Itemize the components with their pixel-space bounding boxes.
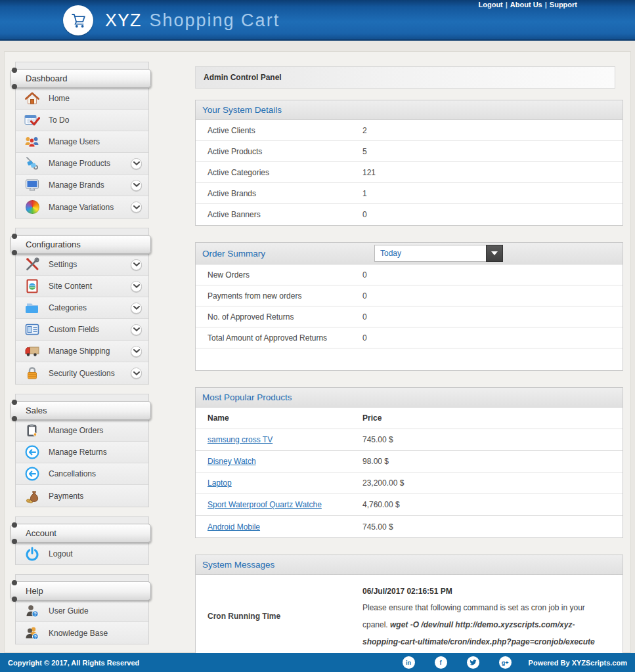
footer-right: in f g+ Powered By XYZScripts.com	[383, 656, 627, 669]
table-row: Android Mobile 745.00 $	[196, 516, 623, 537]
table-row: New Orders 0	[196, 264, 623, 285]
sidebar-item-categories[interactable]: Categories	[16, 297, 148, 319]
users-icon	[24, 134, 41, 150]
power-icon	[24, 546, 41, 562]
content-wrapper: Dashboard Home	[4, 51, 631, 653]
sidebar-item-user-guide[interactable]: ? User Guide	[16, 600, 148, 622]
sidebar-item-todo[interactable]: To Do	[16, 110, 148, 131]
select-dropdown-button[interactable]	[486, 245, 503, 262]
cron-instruction: Please ensure that following command is …	[362, 600, 605, 650]
product-link[interactable]: Disney Watch	[208, 457, 256, 466]
sidebar-section-configurations: Configurations Settings	[15, 228, 149, 385]
sidebar-item-cancellations[interactable]: Cancellations	[16, 463, 148, 485]
sidebar-item-manage-returns[interactable]: Manage Returns	[16, 442, 148, 463]
document-globe-icon	[24, 278, 41, 294]
sidebar-item-knowledge-base[interactable]: ? Knowledge Base	[16, 622, 148, 644]
table-row: Active Categories 121	[196, 162, 623, 183]
chevron-down-icon[interactable]	[131, 324, 142, 335]
cron-command: wget -O /dev/null http://demo.xyzscripts…	[362, 620, 595, 646]
truck-icon	[24, 343, 41, 359]
nav-separator: |	[545, 1, 547, 9]
sidebar-item-manage-products[interactable]: Manage Products	[16, 153, 148, 175]
product-link[interactable]: Laptop	[208, 478, 232, 488]
section-header-configurations[interactable]: Configurations	[11, 235, 151, 254]
table-row: Active Clients 2	[196, 120, 623, 141]
svg-text:?: ?	[34, 633, 37, 639]
table-row: samsung cross TV 745.00 $	[196, 429, 623, 451]
chevron-down-icon[interactable]	[131, 201, 142, 213]
sidebar-item-home[interactable]: Home	[16, 88, 148, 110]
monitor-icon	[24, 177, 41, 193]
chevron-down-icon[interactable]	[131, 259, 142, 270]
chevron-down-icon[interactable]	[131, 303, 142, 314]
table-row: Payments from new orders 0	[196, 285, 623, 306]
table-header-row: Name Price	[196, 408, 623, 429]
cron-timestamp: 06/Jul/2017 02:16:51 PM	[362, 587, 605, 596]
tools-icon	[24, 257, 41, 272]
nav-separator: |	[506, 1, 508, 9]
about-us-link[interactable]: About Us	[510, 1, 542, 9]
clipboard-icon	[24, 423, 41, 438]
product-link[interactable]: Android Mobile	[208, 522, 260, 532]
sidebar-item-settings[interactable]: Settings	[16, 254, 148, 276]
money-bag-icon	[24, 488, 41, 504]
order-period-select[interactable]: Today	[374, 245, 503, 262]
sidebar-item-manage-variations[interactable]: Manage Variations	[16, 196, 148, 218]
cancel-arrow-icon	[24, 466, 41, 482]
section-header-account[interactable]: Account	[11, 524, 151, 543]
chevron-down-icon[interactable]	[131, 368, 142, 379]
cron-label: Cron Running Time	[196, 581, 362, 650]
sidebar-section-help: Help ? User Guide	[15, 574, 149, 644]
section-header-sales[interactable]: Sales	[11, 401, 151, 420]
logout-link[interactable]: Logout	[479, 1, 503, 9]
sidebar-item-custom-fields[interactable]: Custom Fields	[16, 319, 148, 341]
sidebar-item-payments[interactable]: Payments	[16, 485, 148, 507]
twitter-icon[interactable]	[467, 656, 479, 669]
order-summary-title: Order Summary	[202, 249, 374, 259]
sidebar-item-manage-shipping[interactable]: Manage Shipping	[16, 341, 148, 362]
order-summary-header: Order Summary Today	[196, 243, 623, 264]
sidebar-item-security-questions[interactable]: Security Questions	[16, 362, 148, 384]
sidebar-item-site-content[interactable]: Site Content	[16, 276, 148, 297]
page-title: Admin Control Panel	[195, 66, 615, 89]
system-messages-panel: System Messages Cron Running Time 06/Jul…	[195, 555, 623, 660]
folder-icon	[24, 300, 41, 316]
chevron-down-icon[interactable]	[131, 346, 142, 357]
sidebar-section-sales: Sales Manage Orders	[15, 394, 149, 507]
section-header-help[interactable]: Help	[11, 581, 151, 600]
popular-products-title: Most Popular Products	[202, 392, 292, 402]
sidebar-item-logout[interactable]: Logout	[16, 543, 148, 564]
users-question-icon: ?	[24, 625, 41, 641]
main-content: Admin Control Panel Your System Details …	[195, 66, 623, 660]
column-name: Name	[196, 413, 362, 423]
chevron-down-icon[interactable]	[131, 158, 142, 169]
sidebar-item-manage-users[interactable]: Manage Users	[16, 131, 148, 153]
top-nav: Logout|About Us|Support	[479, 1, 577, 9]
table-row: Sport Waterproof Quartz Watche 4,760.00 …	[196, 494, 623, 516]
order-summary-panel: Order Summary Today New Orders 0 Payment…	[195, 242, 623, 371]
section-header-dashboard[interactable]: Dashboard	[11, 69, 151, 88]
chevron-down-icon[interactable]	[131, 281, 142, 292]
table-row: Total Amount of Approved Returns 0	[196, 327, 623, 348]
product-link[interactable]: Sport Waterproof Quartz Watche	[208, 500, 322, 509]
table-row: Laptop 23,200.00 $	[196, 472, 623, 494]
sidebar-item-manage-brands[interactable]: Manage Brands	[16, 175, 148, 196]
cart-logo-icon	[63, 5, 93, 35]
cron-message-row: Cron Running Time 06/Jul/2017 02:16:51 P…	[196, 575, 623, 660]
linkedin-icon[interactable]: in	[403, 656, 415, 669]
googleplus-icon[interactable]: g+	[499, 656, 512, 669]
product-link[interactable]: samsung cross TV	[208, 435, 273, 444]
support-link[interactable]: Support	[550, 1, 577, 9]
powered-by-text: Powered By XYZScripts.com	[529, 659, 627, 667]
user-question-icon: ?	[24, 603, 41, 619]
padlock-icon	[24, 366, 41, 381]
table-row: Active Products 5	[196, 141, 623, 162]
footer: Copyright © 2017, All Rights Reserved in…	[0, 653, 635, 672]
facebook-icon[interactable]: f	[435, 656, 447, 669]
system-messages-header: System Messages	[196, 555, 623, 575]
sidebar: Dashboard Home	[15, 62, 149, 654]
chevron-down-icon[interactable]	[131, 180, 142, 191]
empty-row	[196, 348, 623, 370]
sidebar-item-manage-orders[interactable]: Manage Orders	[16, 420, 148, 442]
app-title: XYZ Shopping Cart	[105, 10, 280, 31]
